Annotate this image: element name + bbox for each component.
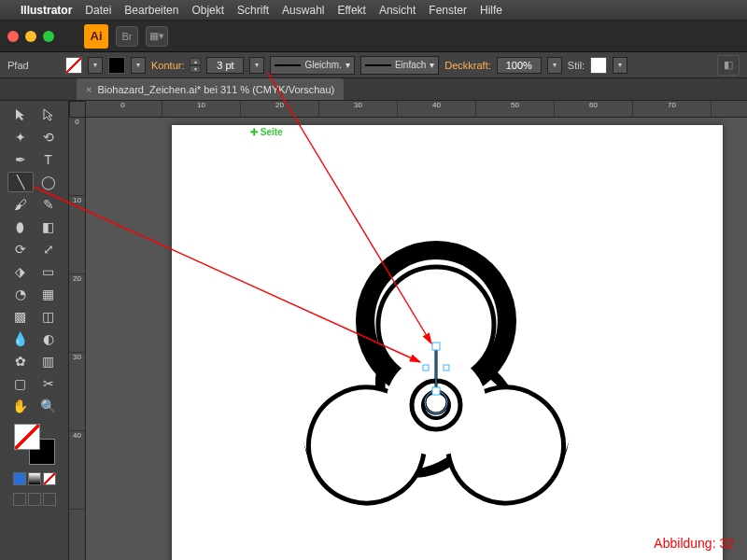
- mode-label: Pfad: [7, 60, 60, 71]
- menu-datei[interactable]: Datei: [85, 4, 111, 17]
- vertical-ruler[interactable]: 0 10 20 30 40: [69, 118, 86, 560]
- brush-def-select[interactable]: Gleichm. ▾: [270, 56, 354, 75]
- svg-rect-12: [432, 343, 440, 350]
- menu-objekt[interactable]: Objekt: [191, 4, 224, 17]
- step-down-icon[interactable]: ▾: [190, 65, 201, 73]
- hand-tool[interactable]: ✋: [7, 396, 34, 416]
- mesh-tool[interactable]: ▩: [7, 306, 34, 327]
- menu-schrift[interactable]: Schrift: [237, 4, 269, 17]
- close-button[interactable]: [7, 31, 19, 42]
- svg-rect-13: [432, 387, 440, 395]
- scale-tool[interactable]: ⤢: [35, 239, 62, 259]
- rotate-tool[interactable]: ⟳: [7, 239, 34, 259]
- bridge-button[interactable]: Br: [116, 26, 138, 47]
- control-bar: Pfad ▾ ▾ Kontur: ▴ ▾ ▾ Gleichm. ▾ Einfac…: [0, 52, 747, 78]
- color-mode-icon[interactable]: [13, 472, 26, 485]
- artboard-tool[interactable]: ▢: [7, 373, 34, 394]
- column-graph-tool[interactable]: ▥: [35, 351, 62, 371]
- essentials-icon: ▦▾: [149, 30, 164, 42]
- menu-ansicht[interactable]: Ansicht: [379, 4, 416, 17]
- stroke-weight-input[interactable]: [206, 57, 244, 74]
- svg-rect-15: [444, 365, 449, 371]
- slice-tool[interactable]: ✂: [35, 373, 62, 394]
- direct-selection-tool[interactable]: [35, 105, 62, 125]
- crosshair-icon: ✛: [250, 127, 258, 137]
- width-tool[interactable]: ⬗: [7, 261, 34, 282]
- app-menu[interactable]: Illustrator: [21, 4, 72, 17]
- ruler-tick: 30: [69, 353, 85, 431]
- profile-select[interactable]: Einfach ▾: [360, 56, 439, 75]
- symbol-sprayer-tool[interactable]: ✿: [7, 351, 34, 371]
- lasso-tool[interactable]: ⟲: [35, 127, 62, 147]
- gradient-tool[interactable]: ◫: [35, 306, 62, 327]
- line-sample-icon: [275, 64, 301, 66]
- ruler-tick: 40: [69, 431, 85, 510]
- workspace-switcher[interactable]: ▦▾: [146, 26, 168, 47]
- menu-auswahl[interactable]: Auswahl: [282, 4, 324, 17]
- opacity-label[interactable]: Deckkraft:: [444, 60, 491, 71]
- draw-behind-icon[interactable]: [28, 493, 41, 506]
- figure-caption: Abbildung: 32: [654, 536, 734, 551]
- draw-inside-icon[interactable]: [43, 493, 56, 506]
- magic-wand-tool[interactable]: ✦: [7, 127, 34, 147]
- document-tab-bar: × Biohazard_Zeichen.ai* bei 311 % (CMYK/…: [0, 78, 747, 101]
- zoom-tool[interactable]: 🔍: [35, 396, 62, 416]
- stroke-swatch[interactable]: [108, 57, 125, 74]
- shape-builder-tool[interactable]: ◔: [7, 284, 34, 304]
- menu-fenster[interactable]: Fenster: [429, 4, 467, 17]
- ellipse-tool[interactable]: ◯: [35, 172, 62, 192]
- gradient-mode-icon[interactable]: [28, 472, 41, 485]
- fill-color-icon[interactable]: [14, 424, 40, 450]
- minimize-button[interactable]: [25, 31, 36, 42]
- close-tab-icon[interactable]: ×: [86, 84, 92, 95]
- horizontal-ruler[interactable]: 0 10 20 30 40 50 60 70: [84, 101, 747, 118]
- stroke-dropdown[interactable]: ▾: [131, 57, 146, 74]
- artboard[interactable]: [172, 125, 723, 560]
- draw-normal-icon[interactable]: [13, 493, 26, 506]
- document-title: Biohazard_Zeichen.ai* bei 311 % (CMYK/Vo…: [97, 84, 334, 95]
- perspective-grid-tool[interactable]: ▦: [35, 284, 62, 304]
- none-mode-icon[interactable]: [43, 472, 56, 485]
- step-up-icon[interactable]: ▴: [190, 58, 201, 65]
- artboard-label: ✛ Seite: [250, 127, 283, 137]
- paintbrush-tool[interactable]: 🖌: [7, 194, 34, 215]
- menu-hilfe[interactable]: Hilfe: [480, 4, 502, 17]
- blob-brush-tool[interactable]: ⬮: [7, 217, 34, 237]
- fill-dropdown[interactable]: ▾: [88, 57, 103, 74]
- ruler-tick: 10: [69, 196, 85, 274]
- opacity-dropdown[interactable]: ▾: [547, 57, 562, 74]
- menu-bearbeiten[interactable]: Bearbeiten: [124, 4, 178, 17]
- line-segment-tool[interactable]: ╲: [7, 172, 34, 192]
- draw-mode-row: [13, 493, 56, 506]
- ruler-origin[interactable]: [69, 101, 86, 118]
- pencil-tool[interactable]: ✎: [35, 194, 62, 215]
- type-tool[interactable]: T: [35, 149, 62, 170]
- free-transform-tool[interactable]: ▭: [35, 261, 62, 282]
- ruler-tick: 70: [633, 101, 712, 117]
- tools-panel: ✦ ⟲ ✒ T ╲ ◯ 🖌 ✎ ⬮ ◧ ⟳ ⤢ ⬗ ▭ ◔ ▦ ▩ ◫ 💧 ◐ …: [0, 101, 69, 560]
- fill-stroke-control[interactable]: [14, 424, 55, 465]
- style-dropdown[interactable]: ▾: [613, 57, 627, 74]
- eraser-tool[interactable]: ◧: [35, 217, 62, 237]
- kontur-label[interactable]: Kontur:: [151, 60, 184, 71]
- chevron-down-icon: ▾: [430, 60, 434, 70]
- color-mode-row: [13, 472, 56, 485]
- blend-tool[interactable]: ◐: [35, 329, 62, 349]
- panel-toggle-button[interactable]: ◧: [717, 55, 740, 76]
- pen-tool[interactable]: ✒: [7, 149, 34, 170]
- opacity-input[interactable]: [497, 57, 542, 74]
- fill-swatch[interactable]: [65, 57, 82, 74]
- zoom-button[interactable]: [43, 31, 54, 42]
- style-swatch[interactable]: [590, 57, 607, 74]
- brush-mode-label: Gleichm.: [304, 60, 341, 70]
- artwork-biohazard: [172, 125, 723, 560]
- stroke-weight-dropdown[interactable]: ▾: [249, 57, 264, 74]
- stroke-stepper[interactable]: ▴ ▾: [190, 58, 201, 73]
- selection-tool[interactable]: [7, 105, 34, 125]
- document-tab[interactable]: × Biohazard_Zeichen.ai* bei 311 % (CMYK/…: [77, 78, 344, 100]
- svg-rect-14: [423, 365, 429, 371]
- ai-app-icon: Ai: [84, 24, 108, 49]
- eyedropper-tool[interactable]: 💧: [7, 329, 34, 349]
- menu-effekt[interactable]: Effekt: [337, 4, 365, 17]
- mac-menubar: Illustrator Datei Bearbeiten Objekt Schr…: [0, 0, 747, 21]
